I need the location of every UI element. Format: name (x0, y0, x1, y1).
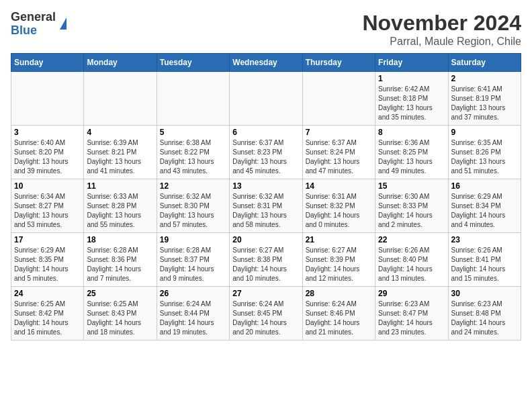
day-info: Sunrise: 6:33 AM Sunset: 8:28 PM Dayligh… (87, 192, 153, 230)
day-info: Sunrise: 6:24 AM Sunset: 8:44 PM Dayligh… (160, 300, 226, 337)
day-info: Sunrise: 6:28 AM Sunset: 8:37 PM Dayligh… (160, 246, 226, 283)
header-saturday: Saturday (448, 54, 521, 72)
week-row-4: 24Sunrise: 6:25 AM Sunset: 8:42 PM Dayli… (11, 287, 521, 340)
day-number: 23 (451, 235, 518, 244)
day-number: 6 (232, 128, 299, 137)
day-number: 22 (378, 235, 445, 244)
day-info: Sunrise: 6:31 AM Sunset: 8:32 PM Dayligh… (306, 192, 372, 230)
day-info: Sunrise: 6:24 AM Sunset: 8:46 PM Dayligh… (306, 300, 372, 337)
day-number: 8 (378, 128, 445, 137)
day-info: Sunrise: 6:34 AM Sunset: 8:27 PM Dayligh… (14, 192, 81, 230)
day-info: Sunrise: 6:37 AM Sunset: 8:23 PM Dayligh… (232, 138, 299, 176)
calendar-header: SundayMondayTuesdayWednesdayThursdayFrid… (11, 54, 521, 72)
day-number: 10 (14, 181, 81, 191)
day-info: Sunrise: 6:23 AM Sunset: 8:48 PM Dayligh… (451, 300, 518, 337)
calendar-table: SundayMondayTuesdayWednesdayThursdayFrid… (11, 53, 521, 340)
calendar-cell (11, 72, 84, 126)
day-number: 24 (14, 289, 81, 298)
day-number: 20 (232, 235, 299, 244)
day-info: Sunrise: 6:39 AM Sunset: 8:21 PM Dayligh… (87, 138, 153, 176)
day-number: 18 (87, 235, 153, 244)
calendar-cell: 20Sunrise: 6:27 AM Sunset: 8:38 PM Dayli… (230, 233, 302, 287)
day-number: 17 (14, 235, 81, 244)
calendar-cell (84, 72, 157, 126)
day-info: Sunrise: 6:27 AM Sunset: 8:39 PM Dayligh… (306, 246, 372, 283)
calendar-cell: 8Sunrise: 6:36 AM Sunset: 8:25 PM Daylig… (375, 126, 448, 179)
calendar-cell: 27Sunrise: 6:24 AM Sunset: 8:45 PM Dayli… (230, 287, 302, 340)
calendar-cell: 25Sunrise: 6:25 AM Sunset: 8:43 PM Dayli… (84, 287, 157, 340)
calendar-cell (302, 72, 375, 126)
day-info: Sunrise: 6:38 AM Sunset: 8:22 PM Dayligh… (160, 138, 226, 176)
day-number: 21 (306, 235, 372, 244)
calendar-cell: 28Sunrise: 6:24 AM Sunset: 8:46 PM Dayli… (302, 287, 375, 340)
week-row-3: 17Sunrise: 6:29 AM Sunset: 8:35 PM Dayli… (11, 233, 521, 287)
page-subtitle: Parral, Maule Region, Chile (362, 36, 521, 48)
day-info: Sunrise: 6:29 AM Sunset: 8:34 PM Dayligh… (451, 192, 518, 230)
header-tuesday: Tuesday (157, 54, 229, 72)
logo-general: General (11, 11, 56, 24)
day-info: Sunrise: 6:26 AM Sunset: 8:40 PM Dayligh… (378, 246, 445, 283)
day-number: 13 (232, 181, 299, 191)
day-number: 29 (378, 289, 445, 298)
day-info: Sunrise: 6:27 AM Sunset: 8:38 PM Dayligh… (232, 246, 299, 283)
day-info: Sunrise: 6:28 AM Sunset: 8:36 PM Dayligh… (87, 246, 153, 283)
header-friday: Friday (375, 54, 448, 72)
calendar-cell (230, 72, 302, 126)
calendar-cell: 24Sunrise: 6:25 AM Sunset: 8:42 PM Dayli… (11, 287, 84, 340)
page-header: General Blue November 2024 Parral, Maule… (11, 11, 521, 48)
title-block: November 2024 Parral, Maule Region, Chil… (362, 11, 521, 48)
calendar-cell: 14Sunrise: 6:31 AM Sunset: 8:32 PM Dayli… (302, 179, 375, 233)
day-number: 1 (378, 74, 445, 83)
day-number: 12 (160, 181, 226, 191)
week-row-0: 1Sunrise: 6:42 AM Sunset: 8:18 PM Daylig… (11, 72, 521, 126)
day-info: Sunrise: 6:36 AM Sunset: 8:25 PM Dayligh… (378, 138, 445, 176)
day-info: Sunrise: 6:29 AM Sunset: 8:35 PM Dayligh… (14, 246, 81, 283)
day-info: Sunrise: 6:24 AM Sunset: 8:45 PM Dayligh… (232, 300, 299, 337)
day-number: 26 (160, 289, 226, 298)
calendar-cell: 12Sunrise: 6:32 AM Sunset: 8:30 PM Dayli… (157, 179, 229, 233)
day-number: 3 (14, 128, 81, 137)
calendar-cell: 11Sunrise: 6:33 AM Sunset: 8:28 PM Dayli… (84, 179, 157, 233)
day-number: 2 (451, 74, 518, 83)
calendar-cell: 2Sunrise: 6:41 AM Sunset: 8:19 PM Daylig… (448, 72, 521, 126)
day-number: 9 (451, 128, 518, 137)
calendar-cell: 23Sunrise: 6:26 AM Sunset: 8:41 PM Dayli… (448, 233, 521, 287)
day-number: 28 (306, 289, 372, 298)
calendar-cell: 5Sunrise: 6:38 AM Sunset: 8:22 PM Daylig… (157, 126, 229, 179)
day-number: 16 (451, 181, 518, 191)
day-info: Sunrise: 6:32 AM Sunset: 8:30 PM Dayligh… (160, 192, 226, 230)
day-info: Sunrise: 6:30 AM Sunset: 8:33 PM Dayligh… (378, 192, 445, 230)
header-row: SundayMondayTuesdayWednesdayThursdayFrid… (11, 54, 521, 72)
day-number: 27 (232, 289, 299, 298)
week-row-2: 10Sunrise: 6:34 AM Sunset: 8:27 PM Dayli… (11, 179, 521, 233)
calendar-cell: 22Sunrise: 6:26 AM Sunset: 8:40 PM Dayli… (375, 233, 448, 287)
day-number: 5 (160, 128, 226, 137)
day-number: 7 (306, 128, 372, 137)
calendar-cell: 7Sunrise: 6:37 AM Sunset: 8:24 PM Daylig… (302, 126, 375, 179)
calendar-cell: 26Sunrise: 6:24 AM Sunset: 8:44 PM Dayli… (157, 287, 229, 340)
calendar-cell: 6Sunrise: 6:37 AM Sunset: 8:23 PM Daylig… (230, 126, 302, 179)
calendar-cell: 21Sunrise: 6:27 AM Sunset: 8:39 PM Dayli… (302, 233, 375, 287)
calendar-cell: 29Sunrise: 6:23 AM Sunset: 8:47 PM Dayli… (375, 287, 448, 340)
day-info: Sunrise: 6:25 AM Sunset: 8:42 PM Dayligh… (14, 300, 81, 337)
calendar-body: 1Sunrise: 6:42 AM Sunset: 8:18 PM Daylig… (11, 72, 521, 340)
calendar-cell: 1Sunrise: 6:42 AM Sunset: 8:18 PM Daylig… (375, 72, 448, 126)
day-info: Sunrise: 6:42 AM Sunset: 8:18 PM Dayligh… (378, 85, 445, 122)
day-info: Sunrise: 6:40 AM Sunset: 8:20 PM Dayligh… (14, 138, 81, 176)
calendar-cell: 16Sunrise: 6:29 AM Sunset: 8:34 PM Dayli… (448, 179, 521, 233)
day-info: Sunrise: 6:32 AM Sunset: 8:31 PM Dayligh… (232, 192, 299, 230)
logo-blue: Blue (11, 24, 56, 38)
day-number: 11 (87, 181, 153, 191)
page-title: November 2024 (362, 11, 521, 36)
day-number: 4 (87, 128, 153, 137)
day-number: 30 (451, 289, 518, 298)
week-row-1: 3Sunrise: 6:40 AM Sunset: 8:20 PM Daylig… (11, 126, 521, 179)
header-thursday: Thursday (302, 54, 375, 72)
day-info: Sunrise: 6:23 AM Sunset: 8:47 PM Dayligh… (378, 300, 445, 337)
day-info: Sunrise: 6:41 AM Sunset: 8:19 PM Dayligh… (451, 85, 518, 122)
calendar-cell: 18Sunrise: 6:28 AM Sunset: 8:36 PM Dayli… (84, 233, 157, 287)
calendar-cell: 17Sunrise: 6:29 AM Sunset: 8:35 PM Dayli… (11, 233, 84, 287)
calendar-cell (157, 72, 229, 126)
calendar-cell: 13Sunrise: 6:32 AM Sunset: 8:31 PM Dayli… (230, 179, 302, 233)
day-number: 19 (160, 235, 226, 244)
